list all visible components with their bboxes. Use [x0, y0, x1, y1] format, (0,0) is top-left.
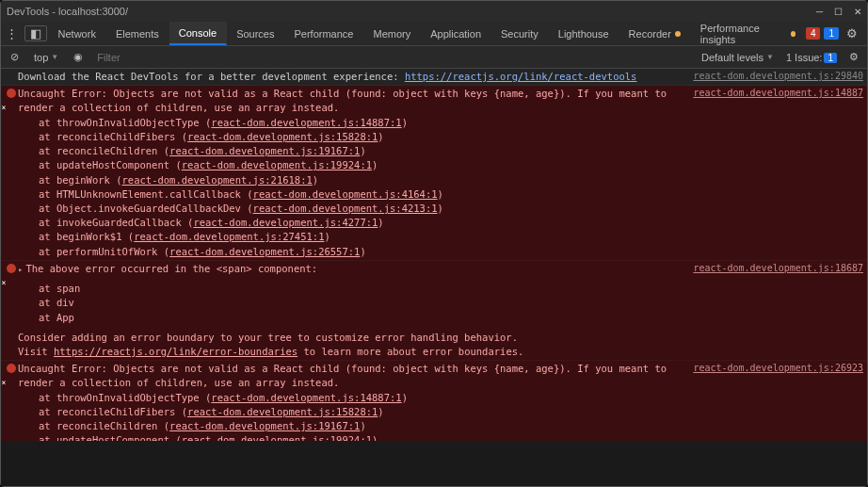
stack-link[interactable]: react-dom.development.js:15828:1 [187, 406, 378, 417]
log-text: to learn more about error boundaries. [303, 346, 523, 357]
log-text: Consider adding an error boundary to you… [18, 332, 518, 343]
log-link[interactable]: https://reactjs.org/link/error-boundarie… [54, 346, 297, 357]
error-message: Uncaught Error: Objects are not valid as… [18, 87, 685, 115]
log-text: Download the React DevTools for a better… [18, 71, 405, 82]
error-message: Uncaught Error: Objects are not valid as… [18, 362, 685, 390]
console-toolbar: ⊘ top▼ ◉ Default levels▼ 1 Issue:1 ⚙ [1, 46, 867, 69]
filter-input[interactable] [93, 50, 691, 65]
tab-console[interactable]: Console [169, 22, 227, 45]
source-link[interactable]: react-dom.development.js:14887 [685, 87, 863, 259]
context-dropdown[interactable]: top▼ [29, 50, 63, 65]
stack-link[interactable]: react-dom.development.js:4277:1 [193, 217, 378, 228]
stack-trace: at throwOnInvalidObjectType (react-dom.d… [18, 391, 685, 441]
element-picker-icon[interactable]: ◧ [24, 25, 46, 41]
minimize-button[interactable]: ─ [816, 7, 823, 17]
stack-link[interactable]: react-dom.development.js:19924:1 [182, 434, 372, 441]
source-link[interactable]: react-dom.development.js:18687 [685, 262, 863, 359]
window-title: DevTools - localhost:3000/ [7, 6, 816, 17]
tab-sources[interactable]: Sources [227, 22, 284, 45]
error-icon [7, 88, 16, 113]
stack-link[interactable]: react-dom.development.js:19924:1 [182, 159, 372, 170]
tab-memory[interactable]: Memory [363, 22, 421, 45]
issues-summary[interactable]: 1 Issue:1 [786, 52, 837, 63]
devtools-menu-icon[interactable]: ⋮ [1, 22, 23, 45]
error-count-badge[interactable]: 4 [806, 27, 821, 40]
log-info-row: Download the React DevTools for a better… [1, 69, 867, 86]
error-icon [7, 363, 16, 388]
tab-elements[interactable]: Elements [106, 22, 169, 45]
close-button[interactable]: ✕ [854, 7, 861, 17]
tab-performance[interactable]: Performance [284, 22, 363, 45]
stack-link[interactable]: react-dom.development.js:14887:1 [211, 392, 401, 403]
stack-link[interactable]: react-dom.development.js:14887:1 [211, 117, 401, 128]
log-text: Visit [18, 346, 54, 357]
filter-eye-icon[interactable]: ◉ [69, 49, 88, 66]
source-link[interactable]: react-dom.development.js:29840 [685, 70, 863, 84]
stack-link[interactable]: react-dom.development.js:19167:1 [169, 420, 360, 431]
log-levels-dropdown[interactable]: Default levels▼ [697, 50, 779, 65]
error-message: The above error occurred in the <span> c… [25, 263, 317, 274]
beta-dot-icon [791, 31, 796, 37]
stack-trace: at span at div at App [18, 276, 685, 325]
stack-link[interactable]: react-dom.development.js:4213:1 [253, 203, 438, 214]
stack-link[interactable]: react-dom.development.js:27451:1 [134, 231, 324, 242]
beta-dot-icon [675, 31, 681, 37]
log-link[interactable]: https://reactjs.org/link/react-devtools [405, 71, 637, 82]
stack-link[interactable]: react-dom.development.js:21618:1 [122, 174, 313, 186]
log-error-row: Uncaught Error: Objects are not valid as… [1, 86, 867, 261]
stack-link[interactable]: react-dom.development.js:26557:1 [169, 246, 360, 257]
error-icon [7, 263, 16, 288]
stack-link[interactable]: react-dom.development.js:19167:1 [169, 145, 360, 156]
stack-link[interactable]: react-dom.development.js:15828:1 [187, 131, 378, 142]
log-error-row: Uncaught Error: Objects are not valid as… [1, 361, 867, 441]
stack-link[interactable]: react-dom.development.js:4164:1 [253, 188, 438, 200]
tab-network[interactable]: Network [49, 22, 106, 45]
issue-count-badge[interactable]: 1 [824, 27, 839, 40]
tab-application[interactable]: Application [421, 22, 491, 45]
tab-lighthouse[interactable]: Lighthouse [549, 22, 619, 45]
panel-tabs: ⋮ ◧ Network Elements Console Sources Per… [1, 22, 867, 46]
tab-security[interactable]: Security [491, 22, 549, 45]
maximize-button[interactable]: ☐ [834, 7, 843, 17]
console-settings-icon[interactable]: ⚙ [844, 49, 863, 66]
clear-console-icon[interactable]: ⊘ [5, 49, 24, 66]
source-link[interactable]: react-dom.development.js:26923 [685, 362, 863, 441]
stack-trace: at throwOnInvalidObjectType (react-dom.d… [18, 116, 685, 259]
tab-recorder[interactable]: Recorder [619, 22, 691, 45]
tab-performance-insights[interactable]: Performance insights [691, 22, 806, 45]
log-error-row: The above error occurred in the <span> c… [1, 261, 867, 361]
settings-icon[interactable]: ⚙ [843, 26, 861, 41]
console-output[interactable]: Download the React DevTools for a better… [1, 69, 867, 441]
